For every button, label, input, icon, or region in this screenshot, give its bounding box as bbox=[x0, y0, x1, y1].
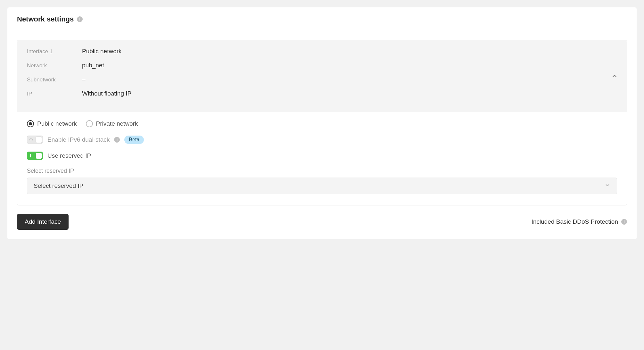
summary-label-network: Network bbox=[27, 63, 82, 69]
summary-label-interface: Interface 1 bbox=[27, 48, 82, 55]
summary-value-network: pub_net bbox=[82, 62, 104, 69]
interface-summary: Interface 1 Public network Network pub_n… bbox=[17, 40, 627, 112]
reserved-ip-toggle[interactable] bbox=[27, 152, 43, 160]
network-settings-card: Network settings i Interface 1 Public ne… bbox=[7, 7, 637, 240]
beta-badge: Beta bbox=[124, 136, 144, 144]
ddos-text: Included Basic DDoS Protection bbox=[532, 218, 618, 225]
card-title: Network settings bbox=[17, 15, 74, 23]
network-type-group: Public network Private network bbox=[27, 120, 617, 127]
ipv6-toggle[interactable] bbox=[27, 136, 43, 144]
reserved-ip-label: Use reserved IP bbox=[47, 152, 91, 159]
chevron-down-icon bbox=[605, 182, 610, 190]
radio-private-network[interactable]: Private network bbox=[86, 120, 138, 127]
ipv6-toggle-row: Enable IPv6 dual-stack i Beta bbox=[27, 136, 617, 144]
radio-unchecked-icon bbox=[86, 120, 93, 127]
info-icon[interactable]: i bbox=[114, 137, 120, 143]
radio-private-label: Private network bbox=[96, 120, 138, 127]
reserved-ip-select-field: Select reserved IP Select reserved IP bbox=[27, 168, 617, 194]
card-footer: Add Interface Included Basic DDoS Protec… bbox=[17, 214, 627, 230]
reserved-ip-toggle-row: Use reserved IP bbox=[27, 152, 617, 160]
summary-value-interface: Public network bbox=[82, 48, 122, 55]
chevron-up-icon[interactable] bbox=[611, 73, 618, 79]
info-icon[interactable]: i bbox=[621, 219, 627, 225]
add-interface-button[interactable]: Add Interface bbox=[17, 214, 69, 230]
interface-details: Public network Private network Enable IP… bbox=[17, 112, 627, 205]
summary-label-subnetwork: Subnetwork bbox=[27, 77, 82, 83]
summary-label-ip: IP bbox=[27, 91, 82, 97]
radio-checked-icon bbox=[27, 120, 34, 127]
reserved-ip-select[interactable]: Select reserved IP bbox=[27, 178, 617, 194]
summary-value-ip: Without floating IP bbox=[82, 90, 131, 97]
ddos-protection-note: Included Basic DDoS Protection i bbox=[532, 218, 627, 225]
select-label: Select reserved IP bbox=[27, 168, 617, 174]
summary-value-subnetwork: – bbox=[82, 76, 86, 83]
select-placeholder: Select reserved IP bbox=[34, 182, 83, 189]
card-header: Network settings i bbox=[7, 7, 637, 30]
ipv6-label: Enable IPv6 dual-stack bbox=[47, 136, 110, 143]
interface-panel: Interface 1 Public network Network pub_n… bbox=[17, 40, 627, 205]
info-icon[interactable]: i bbox=[77, 16, 83, 22]
radio-public-label: Public network bbox=[37, 120, 77, 127]
radio-public-network[interactable]: Public network bbox=[27, 120, 77, 127]
